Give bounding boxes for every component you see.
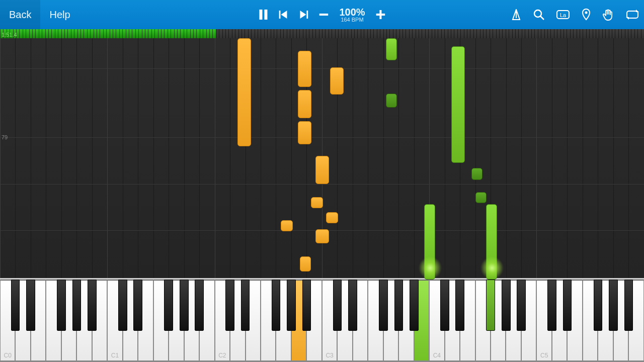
black-key[interactable] bbox=[57, 280, 66, 331]
octave-label: C2 bbox=[215, 352, 229, 359]
svg-rect-1 bbox=[264, 10, 267, 20]
black-key[interactable] bbox=[348, 280, 357, 331]
note bbox=[330, 67, 344, 95]
note bbox=[281, 220, 293, 231]
black-key[interactable] bbox=[11, 280, 20, 331]
svg-point-11 bbox=[534, 10, 541, 17]
black-key[interactable] bbox=[195, 280, 204, 331]
black-key[interactable] bbox=[72, 280, 82, 331]
plus-icon[interactable] bbox=[376, 10, 385, 19]
svg-point-15 bbox=[585, 12, 588, 14]
search-icon[interactable] bbox=[533, 9, 544, 20]
note bbox=[298, 90, 311, 118]
svg-rect-8 bbox=[380, 10, 382, 19]
note bbox=[311, 197, 323, 208]
back-button[interactable]: Back bbox=[0, 0, 40, 29]
svg-rect-6 bbox=[319, 14, 328, 16]
black-key[interactable] bbox=[394, 280, 404, 331]
note bbox=[237, 38, 251, 146]
note bbox=[300, 256, 311, 272]
note bbox=[486, 204, 497, 280]
black-key[interactable] bbox=[180, 280, 189, 331]
svg-marker-17 bbox=[636, 10, 639, 12]
black-key[interactable] bbox=[609, 280, 618, 331]
black-key[interactable] bbox=[241, 280, 250, 331]
prev-icon[interactable] bbox=[279, 11, 288, 19]
progress-ticks bbox=[0, 29, 644, 38]
note bbox=[298, 121, 311, 144]
black-key[interactable] bbox=[272, 280, 281, 331]
note-roll[interactable]: 79 bbox=[0, 38, 644, 280]
note bbox=[315, 229, 329, 243]
svg-text:La: La bbox=[560, 12, 567, 18]
note bbox=[298, 51, 311, 87]
black-key[interactable] bbox=[502, 280, 511, 331]
black-key[interactable] bbox=[563, 280, 572, 331]
octave-label: C3 bbox=[323, 352, 337, 359]
tempo-display[interactable]: 100% 164 BPM bbox=[339, 7, 365, 23]
bpm-label: 164 BPM bbox=[341, 17, 363, 23]
labels-icon[interactable]: La bbox=[556, 9, 570, 20]
black-key[interactable] bbox=[379, 280, 388, 331]
svg-marker-4 bbox=[300, 11, 306, 19]
svg-marker-18 bbox=[626, 17, 629, 20]
progress-bar[interactable]: 1:51.4 5:32.5 bbox=[0, 29, 644, 38]
black-key[interactable] bbox=[624, 280, 633, 331]
note bbox=[424, 204, 435, 280]
black-key[interactable] bbox=[88, 280, 97, 331]
marker-icon[interactable] bbox=[582, 9, 591, 21]
black-key[interactable] bbox=[333, 280, 342, 331]
pause-icon[interactable] bbox=[259, 10, 268, 20]
note bbox=[386, 38, 397, 60]
octave-label: C1 bbox=[108, 352, 122, 359]
black-key[interactable] bbox=[302, 280, 311, 331]
black-key[interactable] bbox=[486, 280, 495, 331]
black-key[interactable] bbox=[287, 280, 296, 331]
black-key[interactable] bbox=[410, 280, 419, 331]
note bbox=[471, 168, 482, 180]
note bbox=[451, 46, 465, 163]
octave-label: C5 bbox=[537, 352, 551, 359]
note bbox=[475, 192, 487, 203]
metronome-icon[interactable] bbox=[511, 9, 521, 20]
octave-label: C0 bbox=[1, 352, 15, 359]
svg-rect-2 bbox=[279, 11, 280, 19]
svg-line-12 bbox=[540, 16, 544, 20]
svg-rect-5 bbox=[306, 11, 308, 19]
black-key[interactable] bbox=[594, 280, 603, 331]
black-key[interactable] bbox=[133, 280, 142, 331]
row-marker: 79 bbox=[2, 134, 8, 140]
black-key[interactable] bbox=[547, 280, 556, 331]
black-key[interactable] bbox=[164, 280, 173, 331]
note bbox=[315, 156, 329, 184]
black-key[interactable] bbox=[225, 280, 234, 331]
keyboard[interactable]: C0C1C2C3C4C5 bbox=[0, 280, 644, 362]
note bbox=[326, 212, 338, 223]
black-key[interactable] bbox=[118, 280, 127, 331]
topbar: Back Help 100% 164 BPM La bbox=[0, 0, 644, 29]
black-key[interactable] bbox=[440, 280, 449, 331]
note bbox=[386, 94, 397, 108]
hand-icon[interactable] bbox=[603, 9, 614, 21]
svg-rect-0 bbox=[259, 10, 262, 20]
minus-icon[interactable] bbox=[319, 10, 328, 19]
right-tools: La bbox=[511, 0, 639, 29]
black-key[interactable] bbox=[517, 280, 526, 331]
help-button[interactable]: Help bbox=[40, 0, 79, 29]
black-key[interactable] bbox=[26, 280, 35, 331]
svg-rect-16 bbox=[627, 11, 638, 18]
octave-label: C4 bbox=[430, 352, 444, 359]
time-elapsed: 1:51.4 bbox=[2, 32, 17, 38]
next-icon[interactable] bbox=[299, 11, 308, 19]
percent-label: 100% bbox=[339, 7, 365, 17]
black-key[interactable] bbox=[455, 280, 464, 331]
playback-controls: 100% 164 BPM bbox=[259, 0, 385, 29]
loop-icon[interactable] bbox=[626, 10, 639, 20]
svg-marker-3 bbox=[281, 11, 287, 19]
